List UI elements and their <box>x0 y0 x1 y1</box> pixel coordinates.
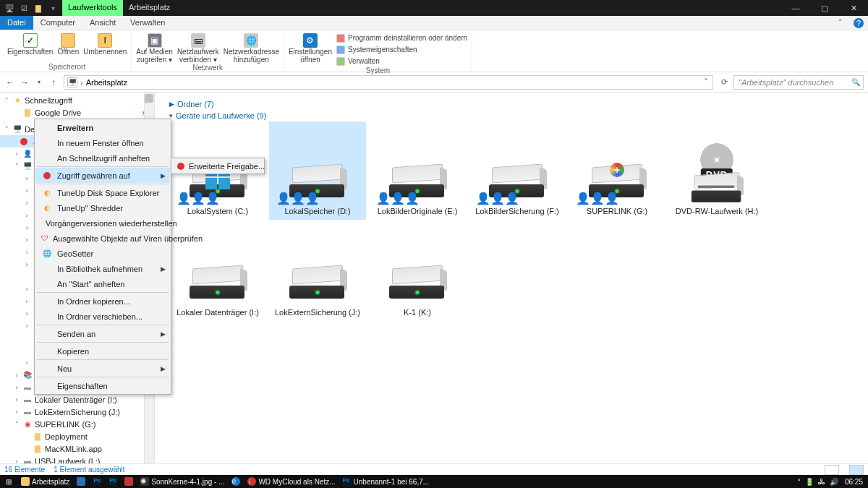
task-pdf[interactable] <box>121 475 137 488</box>
qat-checkbox-icon[interactable]: ☑ <box>19 3 29 13</box>
drive-item[interactable]: +👤👤👤SUPERLINK (G:) <box>569 121 665 220</box>
ribbon-netaddress-button[interactable]: 🌐Netzwerkadresse hinzufügen <box>224 32 279 64</box>
ribbon-properties-button[interactable]: ✓Eigenschaften <box>7 32 53 56</box>
tree-twisty[interactable]: › <box>13 150 20 158</box>
refresh-button[interactable]: ⟳ <box>718 76 731 89</box>
ribbon-open-button[interactable]: Öffnen <box>57 32 79 56</box>
tree-item[interactable]: ˅◉SUPERLINK (G:) <box>0 418 154 430</box>
qat-dropdown-icon[interactable]: ▾ <box>48 3 58 13</box>
clock[interactable]: 06:25 <box>843 478 865 486</box>
context-menu-item[interactable]: Kopieren <box>35 343 170 359</box>
task-ps2[interactable]: Ps <box>105 475 121 488</box>
tree-twisty[interactable]: › <box>23 310 30 317</box>
ribbon-collapse-button[interactable]: ˄ <box>832 16 849 30</box>
maximize-button[interactable]: ▢ <box>810 0 839 16</box>
context-menu-item[interactable]: In neuem Fenster öffnen <box>35 135 170 150</box>
tree-item[interactable]: ▇Deployment <box>0 430 154 442</box>
task-gridicon-1[interactable] <box>73 475 89 488</box>
context-menu-item[interactable]: Vorgängerversionen wiederherstellen <box>35 215 170 231</box>
tab-computer[interactable]: Computer <box>33 16 82 30</box>
up-button[interactable]: ↑ <box>48 77 59 88</box>
address-bar[interactable]: 🖥️ › Arbeitsplatz ˅ <box>64 75 713 90</box>
tree-twisty[interactable]: › <box>13 396 20 403</box>
tree-item[interactable]: ›▬USB-Laufwerk (L:) <box>0 455 154 463</box>
tree-twisty[interactable]: › <box>23 261 30 268</box>
recent-button[interactable]: ▾ <box>33 77 45 88</box>
drive-item[interactable]: K-1 (K:) <box>369 223 466 321</box>
tree-item[interactable]: ›▬LokExternSicherung (J:) <box>0 406 154 418</box>
ribbon-manage-button[interactable]: Verwalten <box>336 56 467 67</box>
back-button[interactable]: ← <box>4 77 16 88</box>
context-menu-item[interactable]: In Bibliothek aufnehmen▶ <box>35 261 170 276</box>
tree-twisty[interactable]: › <box>13 408 20 416</box>
tree-twisty[interactable]: ˅ <box>3 97 10 104</box>
context-menu-item[interactable]: An Schnellzugriff anheften <box>35 150 170 166</box>
tree-item[interactable]: ▇MacKMLink.app <box>0 442 154 455</box>
tray-battery-icon[interactable]: 🔋 <box>805 478 814 486</box>
tree-twisty[interactable]: › <box>23 322 30 330</box>
tray-chevron-icon[interactable]: ˄ <box>797 478 801 486</box>
qat-folder-icon[interactable]: ▇ <box>33 3 43 13</box>
context-menu-item[interactable]: Zugriff gewähren auf▶ <box>35 168 170 183</box>
context-menu-item[interactable]: Senden an▶ <box>35 326 170 341</box>
task-ps1[interactable]: Ps <box>89 475 105 488</box>
ribbon-sysprop-button[interactable]: Systemeigenschaften <box>336 44 467 55</box>
tab-view[interactable]: Ansicht <box>82 16 123 30</box>
tree-item[interactable]: ▇Google Drive📌 <box>0 106 154 119</box>
tray-network-icon[interactable]: 🖧 <box>818 478 825 486</box>
system-tray[interactable]: ˄ 🔋 🖧 🔊 06:25 <box>797 478 868 486</box>
context-menu-item[interactable]: Eigenschaften <box>35 378 170 393</box>
minimize-button[interactable]: — <box>781 0 810 16</box>
context-menu-item[interactable]: An "Start" anheften <box>35 276 170 291</box>
ribbon-rename-button[interactable]: IUmbenennen <box>83 32 127 56</box>
tab-file[interactable]: Datei <box>0 16 33 30</box>
tree-item[interactable]: ˅★Schnellzugriff <box>0 94 154 106</box>
tree-twisty[interactable]: › <box>23 187 30 194</box>
tree-item[interactable]: ›▬Lokaler Datenträger (I:) <box>0 393 154 406</box>
tree-twisty[interactable]: › <box>23 175 30 182</box>
context-menu-item[interactable]: In Ordner kopieren... <box>35 294 170 309</box>
drive-item[interactable]: 👤👤👤LokBilderSicherung (F:) <box>469 121 566 220</box>
drive-item[interactable]: DVDDVD-RW-Laufwerk (H:) <box>668 121 765 220</box>
drive-item[interactable]: LokExternSicherung (J:) <box>269 223 366 321</box>
tree-twisty[interactable]: › <box>23 298 30 305</box>
tree-twisty[interactable]: › <box>23 359 30 367</box>
context-menu-item[interactable]: 🛡Ausgewählte Objekte auf Viren überprüfe… <box>35 231 170 246</box>
search-box[interactable]: "Arbeitsplatz" durchsuchen 🔍 <box>733 75 864 90</box>
context-menu-item[interactable]: In Ordner verschieben... <box>35 309 170 324</box>
close-button[interactable]: ✕ <box>839 0 868 16</box>
tree-twisty[interactable]: › <box>23 286 30 293</box>
tree-twisty[interactable]: › <box>13 458 20 464</box>
tree-twisty[interactable]: ˅ <box>13 163 20 170</box>
ribbon-netdrive-button[interactable]: 🖴Netzlaufwerk verbinden ▾ <box>177 32 219 64</box>
ribbon-media-button[interactable]: ▣Auf Medien zugreifen ▾ <box>136 32 173 64</box>
group-folders[interactable]: ▶ Ordner (7) <box>169 100 861 108</box>
group-drives[interactable]: ▾ Geräte und Laufwerke (9) <box>169 111 861 120</box>
tree-twisty[interactable]: › <box>13 384 20 391</box>
tree-twisty[interactable]: ˅ <box>13 421 20 428</box>
task-explorer[interactable]: Arbeitsplatz <box>17 475 73 488</box>
context-menu-item[interactable]: Neu▶ <box>35 361 170 376</box>
task-image[interactable]: ✺SonnKerne-4-1.jpg - ... <box>137 475 228 488</box>
tab-manage[interactable]: Verwalten <box>123 16 172 30</box>
forward-button[interactable]: → <box>19 77 30 88</box>
view-details-button[interactable] <box>825 465 839 475</box>
tree-twisty[interactable]: › <box>23 224 30 231</box>
ribbon-settings-button[interactable]: ⚙Einstellungen öffnen <box>289 32 332 67</box>
task-wdmycloud[interactable]: ↓WD MyCloud als Netz... <box>244 475 339 488</box>
tree-twisty[interactable]: › <box>13 372 20 379</box>
submenu-item-advanced-sharing[interactable]: Erweiterte Freigabe... <box>171 158 264 174</box>
tree-twisty[interactable]: › <box>23 236 30 244</box>
drive-item[interactable]: 👤👤👤LokBilderOriginale (E:) <box>369 121 466 220</box>
context-menu-item[interactable]: ◐TuneUp" Shredder <box>35 200 170 215</box>
tree-twisty[interactable]: › <box>23 249 30 256</box>
tab-drive-tools[interactable]: Laufwerktools <box>62 0 123 16</box>
tree-twisty[interactable]: ˅ <box>3 126 10 133</box>
help-button[interactable]: ? <box>854 18 864 28</box>
drive-item[interactable]: 👤👤👤LokalSpeicher (D:) <box>269 121 366 220</box>
context-menu-item[interactable]: ◐TuneUp Disk Space Explorer <box>35 185 170 200</box>
ribbon-uninstall-button[interactable]: Programm deinstallieren oder ändern <box>336 33 467 43</box>
context-menu-item[interactable]: 🌐GeoSetter <box>35 246 170 261</box>
task-edge[interactable]: e <box>228 475 244 488</box>
context-menu-item[interactable]: Erweitern <box>35 120 170 135</box>
